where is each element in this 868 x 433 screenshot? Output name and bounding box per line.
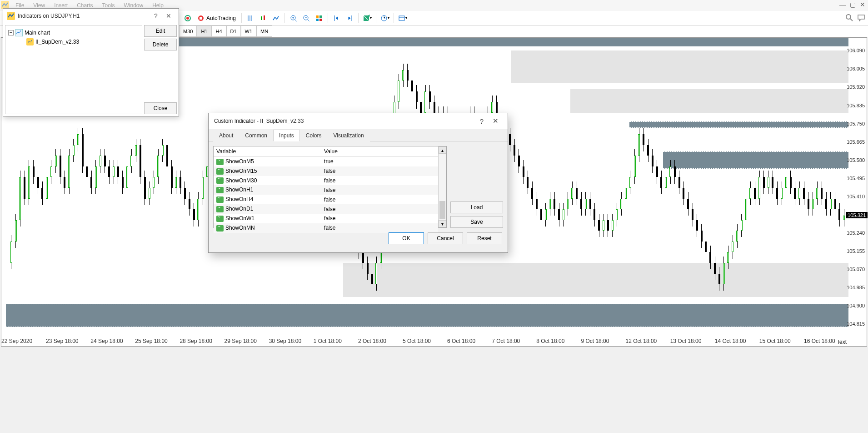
- scroll-up-icon[interactable]: ▴: [439, 146, 446, 154]
- delete-button[interactable]: Delete: [144, 39, 177, 50]
- reset-button[interactable]: Reset: [467, 232, 502, 244]
- col-variable[interactable]: Variable: [214, 146, 321, 157]
- tab-inputs[interactable]: Inputs: [273, 130, 300, 141]
- input-variable: ShowOnM15: [214, 166, 321, 176]
- price-tick: 105.410: [847, 194, 865, 199]
- input-variable: ShowOnM30: [214, 176, 321, 186]
- input-value[interactable]: true: [321, 157, 438, 166]
- price-tick: 105.155: [847, 248, 865, 254]
- time-tick: 23 Sep 18:00: [46, 338, 90, 346]
- maximize-icon[interactable]: ▢: [849, 1, 856, 8]
- indicators-dialog-title: Indicators on USDJPY,H1: [18, 13, 150, 19]
- input-value[interactable]: false: [321, 166, 438, 176]
- scroll-down-icon[interactable]: ▾: [439, 220, 446, 227]
- tf-d1[interactable]: D1: [226, 25, 241, 37]
- input-value[interactable]: false: [321, 185, 438, 195]
- zone-supply: [629, 121, 848, 128]
- tree-child[interactable]: II_SupDem_v2.33: [8, 37, 139, 46]
- scrollbar[interactable]: ▴ ▾: [438, 146, 446, 227]
- svg-rect-12: [319, 19, 322, 21]
- edit-button[interactable]: Edit: [144, 25, 177, 37]
- zone-demand: [6, 304, 848, 327]
- price-tick: 105.920: [847, 84, 865, 90]
- save-button[interactable]: Save: [450, 216, 503, 228]
- help-icon[interactable]: ?: [150, 12, 162, 20]
- close-icon[interactable]: ✕: [162, 12, 175, 20]
- zone-supply: [663, 151, 848, 169]
- cancel-button[interactable]: Cancel: [428, 232, 463, 244]
- input-row[interactable]: ShowOnH4false: [214, 195, 438, 204]
- tree-collapse-icon[interactable]: −: [8, 30, 14, 35]
- input-row[interactable]: ShowOnM15false: [214, 166, 438, 176]
- grid-icon[interactable]: [313, 12, 325, 24]
- search-icon[interactable]: [845, 14, 853, 22]
- tab-about[interactable]: About: [213, 130, 239, 141]
- ok-button[interactable]: OK: [389, 232, 424, 244]
- time-tick: 28 Sep 18:00: [180, 338, 224, 346]
- tree-root[interactable]: − Main chart: [8, 28, 139, 37]
- tf-mn[interactable]: MN: [256, 25, 272, 37]
- svg-rect-4: [200, 17, 202, 20]
- close-icon[interactable]: ✕: [859, 1, 866, 8]
- indicator-icon: [26, 38, 34, 45]
- svg-point-2: [186, 17, 189, 20]
- svg-rect-19: [15, 29, 23, 36]
- input-row[interactable]: ShowOnH1false: [214, 185, 438, 195]
- input-value[interactable]: false: [321, 214, 438, 223]
- close-button[interactable]: Close: [144, 102, 177, 114]
- input-row[interactable]: ShowOnW1false: [214, 214, 438, 223]
- templates-icon[interactable]: ▾: [397, 12, 409, 24]
- zoom-out-icon[interactable]: [300, 12, 312, 24]
- input-value[interactable]: false: [321, 223, 438, 233]
- scroll-end-icon[interactable]: [344, 12, 355, 24]
- time-axis: 22 Sep 202023 Sep 18:0024 Sep 18:0025 Se…: [1, 338, 848, 346]
- time-tick: 12 Oct 18:00: [626, 338, 670, 346]
- shift-icon[interactable]: [331, 12, 343, 24]
- tf-h1[interactable]: H1: [197, 25, 211, 37]
- input-row[interactable]: ShowOnM30false: [214, 176, 438, 186]
- indicators-icon[interactable]: +▾: [361, 12, 373, 24]
- input-row[interactable]: ShowOnM5true: [214, 157, 438, 166]
- tab-visualization[interactable]: Visualization: [327, 130, 369, 141]
- col-value[interactable]: Value: [321, 146, 438, 157]
- input-value[interactable]: false: [321, 176, 438, 186]
- refresh-icon[interactable]: [182, 12, 194, 24]
- time-tick: 13 Oct 18:00: [670, 338, 715, 346]
- indicators-dialog-icon: [7, 12, 15, 20]
- indicators-tree[interactable]: − Main chart II_SupDem_v2.33: [5, 25, 142, 114]
- price-tick: 105.070: [847, 267, 865, 272]
- tab-common[interactable]: Common: [239, 130, 273, 141]
- tab-colors[interactable]: Colors: [300, 130, 328, 141]
- price-tick: 104.815: [847, 321, 865, 327]
- line-chart-icon[interactable]: [270, 12, 282, 24]
- input-variable: ShowOnD1: [214, 204, 321, 214]
- price-tick: 106.005: [847, 66, 865, 71]
- input-row[interactable]: ShowOnD1false: [214, 204, 438, 214]
- help-icon[interactable]: ?: [475, 117, 489, 125]
- minimize-icon[interactable]: —: [839, 1, 846, 8]
- input-row[interactable]: ShowOnMNfalse: [214, 223, 438, 233]
- input-value[interactable]: false: [321, 204, 438, 214]
- time-tick: 15 Oct 18:00: [759, 338, 804, 346]
- autotrading-button[interactable]: AutoTrading: [195, 14, 239, 23]
- inputs-table[interactable]: Variable Value ShowOnM5trueShowOnM15fals…: [213, 146, 447, 228]
- tf-h4[interactable]: H4: [211, 25, 226, 37]
- tf-m30[interactable]: M30: [179, 25, 197, 37]
- svg-rect-5: [261, 16, 262, 20]
- load-button[interactable]: Load: [450, 201, 503, 213]
- text-label: Text: [837, 339, 847, 345]
- zone-supply: [570, 89, 848, 113]
- zoom-in-icon[interactable]: [288, 12, 299, 24]
- price-tick: 105.750: [847, 121, 865, 126]
- periods-icon[interactable]: ▾: [379, 12, 391, 24]
- bar-chart-icon[interactable]: [244, 12, 256, 24]
- scroll-thumb[interactable]: [439, 201, 445, 219]
- tree-root-label: Main chart: [25, 30, 50, 36]
- chat-icon[interactable]: [857, 14, 865, 22]
- tf-w1[interactable]: W1: [241, 25, 257, 37]
- time-tick: 6 Oct 18:00: [447, 338, 492, 346]
- candle-chart-icon[interactable]: [257, 12, 269, 24]
- close-icon[interactable]: ✕: [489, 117, 502, 125]
- price-tick: 105.240: [847, 230, 865, 236]
- input-value[interactable]: false: [321, 195, 438, 204]
